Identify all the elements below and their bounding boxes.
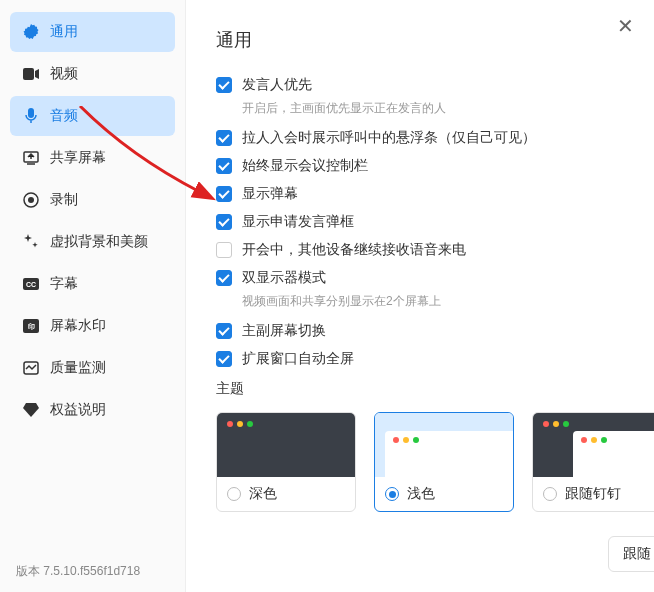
option-pull-join[interactable]: 拉人入会时展示呼叫中的悬浮条（仅自己可见）: [216, 129, 634, 147]
main-panel: ✕ 通用 发言人优先 开启后，主画面优先显示正在发言的人 拉人入会时展示呼叫中的…: [186, 0, 654, 592]
radio-icon[interactable]: [227, 487, 241, 501]
cc-icon: CC: [22, 275, 40, 293]
svg-point-4: [28, 197, 34, 203]
diamond-icon: [22, 401, 40, 419]
checkbox-icon[interactable]: [216, 270, 232, 286]
option-show-request-frame[interactable]: 显示申请发言弹框: [216, 213, 634, 231]
theme-card-dark[interactable]: 深色: [216, 412, 356, 512]
sidebar-item-quality[interactable]: 质量监测: [10, 348, 175, 388]
sidebar-item-label: 视频: [50, 65, 78, 83]
svg-text:CC: CC: [26, 281, 36, 288]
follow-button[interactable]: 跟随: [608, 536, 654, 572]
sidebar-item-subtitle[interactable]: CC 字幕: [10, 264, 175, 304]
record-icon: [22, 191, 40, 209]
option-dual-monitor[interactable]: 双显示器模式: [216, 269, 634, 287]
checkbox-icon[interactable]: [216, 77, 232, 93]
checkbox-icon[interactable]: [216, 242, 232, 258]
theme-card-light[interactable]: 浅色: [374, 412, 514, 512]
sidebar-item-label: 音频: [50, 107, 78, 125]
option-speaker-priority[interactable]: 发言人优先: [216, 76, 634, 94]
option-show-danmu[interactable]: 显示弹幕: [216, 185, 634, 203]
sidebar: 通用 视频 音频 共享屏幕: [0, 0, 186, 592]
theme-preview: [533, 413, 654, 477]
checkbox-icon[interactable]: [216, 158, 232, 174]
option-main-sub-switch[interactable]: 主副屏幕切换: [216, 322, 634, 340]
sidebar-item-share[interactable]: 共享屏幕: [10, 138, 175, 178]
share-icon: [22, 149, 40, 167]
page-title: 通用: [216, 28, 634, 52]
video-icon: [22, 65, 40, 83]
mic-icon: [22, 107, 40, 125]
hint-text: 视频画面和共享分别显示在2个屏幕上: [242, 293, 634, 310]
radio-icon[interactable]: [385, 487, 399, 501]
gear-icon: [22, 23, 40, 41]
version-label: 版本 7.5.10.f556f1d718: [0, 551, 185, 592]
checkbox-icon[interactable]: [216, 130, 232, 146]
sparkle-icon: [22, 233, 40, 251]
watermark-icon: 印: [22, 317, 40, 335]
theme-card-follow[interactable]: 跟随钉钉: [532, 412, 654, 512]
hint-text: 开启后，主画面优先显示正在发言的人: [242, 100, 634, 117]
theme-section-label: 主题: [216, 380, 634, 398]
sidebar-item-label: 屏幕水印: [50, 317, 106, 335]
sidebar-item-virtual-bg[interactable]: 虚拟背景和美颜: [10, 222, 175, 262]
sidebar-item-general[interactable]: 通用: [10, 12, 175, 52]
close-button[interactable]: ✕: [617, 14, 634, 38]
sidebar-item-label: 通用: [50, 23, 78, 41]
theme-preview: [375, 413, 513, 477]
checkbox-icon[interactable]: [216, 323, 232, 339]
sidebar-item-record[interactable]: 录制: [10, 180, 175, 220]
sidebar-item-label: 质量监测: [50, 359, 106, 377]
option-expand-fullscreen[interactable]: 扩展窗口自动全屏: [216, 350, 634, 368]
theme-label: 深色: [249, 485, 277, 503]
sidebar-item-audio[interactable]: 音频: [10, 96, 175, 136]
sidebar-item-label: 虚拟背景和美颜: [50, 233, 148, 251]
option-always-show-bar[interactable]: 始终显示会议控制栏: [216, 157, 634, 175]
radio-icon[interactable]: [543, 487, 557, 501]
sidebar-item-label: 字幕: [50, 275, 78, 293]
sidebar-item-label: 权益说明: [50, 401, 106, 419]
theme-label: 浅色: [407, 485, 435, 503]
svg-rect-0: [23, 68, 34, 80]
checkbox-icon[interactable]: [216, 351, 232, 367]
theme-label: 跟随钉钉: [565, 485, 621, 503]
checkbox-icon[interactable]: [216, 214, 232, 230]
option-continue-voice[interactable]: 开会中，其他设备继续接收语音来电: [216, 241, 634, 259]
theme-options: 深色 浅色: [216, 412, 634, 512]
monitor-icon: [22, 359, 40, 377]
sidebar-item-rights[interactable]: 权益说明: [10, 390, 175, 430]
svg-rect-1: [28, 108, 34, 118]
sidebar-item-label: 录制: [50, 191, 78, 209]
theme-preview: [217, 413, 355, 477]
sidebar-item-watermark[interactable]: 印 屏幕水印: [10, 306, 175, 346]
sidebar-item-label: 共享屏幕: [50, 149, 106, 167]
svg-text:印: 印: [28, 323, 35, 331]
sidebar-item-video[interactable]: 视频: [10, 54, 175, 94]
checkbox-icon[interactable]: [216, 186, 232, 202]
